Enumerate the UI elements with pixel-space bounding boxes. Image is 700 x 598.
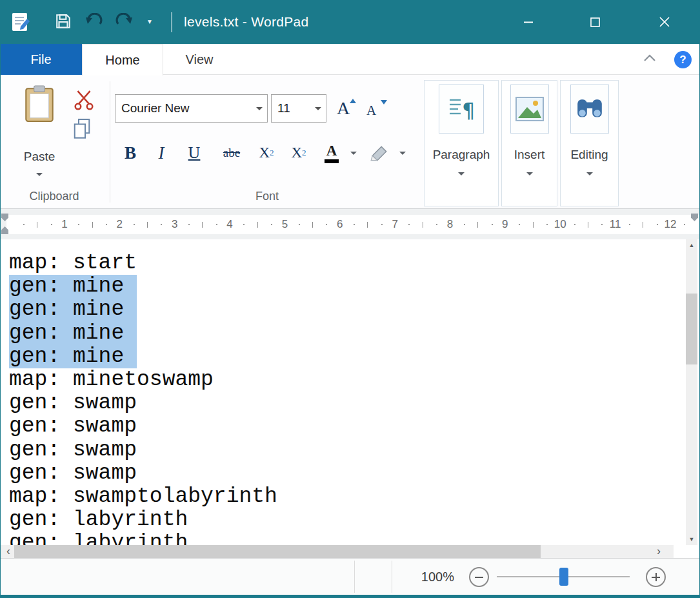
grow-font-button[interactable]: A — [332, 94, 360, 123]
scroll-up-arrow[interactable]: ▲ — [686, 239, 697, 251]
document-line-text-selected: gen: mine — [9, 298, 137, 321]
collapse-ribbon-button[interactable] — [643, 54, 661, 65]
tab-file[interactable]: File — [0, 44, 82, 75]
ruler-tick — [367, 222, 368, 228]
scissors-icon — [72, 89, 95, 111]
strikethrough-button[interactable]: abe — [215, 138, 248, 168]
paragraph-dropdown-icon — [458, 172, 465, 175]
redo-button[interactable] — [115, 13, 135, 31]
document-line-text-selected: gen: mine — [9, 322, 137, 345]
binoculars-icon — [575, 95, 605, 123]
highlight-dropdown[interactable] — [397, 138, 408, 168]
window-border-bottom — [0, 595, 700, 598]
tab-view[interactable]: View — [163, 44, 235, 75]
ruler-number: 6 — [337, 215, 343, 234]
document-line: gen: labyrinth — [9, 532, 686, 545]
zoom-level: 100% — [406, 559, 454, 595]
wordpad-app-icon[interactable] — [9, 11, 31, 33]
zoom-in-button[interactable] — [646, 567, 666, 587]
font-color-swatch — [325, 159, 339, 163]
horizontal-scroll-thumb[interactable] — [14, 545, 541, 558]
zoom-out-button[interactable] — [469, 567, 489, 587]
insert-dropdown-icon — [526, 172, 533, 175]
ruler-tick — [23, 224, 25, 225]
document-line: gen: mine — [9, 298, 686, 321]
scroll-right-arrow[interactable]: › — [650, 545, 667, 558]
editing-icon-frame — [570, 85, 609, 134]
document-line-text: gen: swamp — [9, 414, 137, 438]
highlight-button[interactable] — [365, 138, 394, 168]
undo-icon — [85, 13, 103, 30]
save-icon — [55, 13, 72, 30]
document-line: gen: swamp — [9, 462, 686, 485]
paste-dropdown-icon — [36, 173, 43, 176]
ruler-tick — [271, 224, 272, 225]
copy-button[interactable] — [72, 117, 95, 142]
document-line-text: gen: swamp — [9, 461, 137, 485]
document-line-text: gen: swamp — [9, 391, 137, 415]
ruler-number: 11 — [610, 215, 621, 234]
document-text[interactable]: map: startgen: minegen: minegen: minegen… — [0, 239, 686, 545]
plus-icon — [652, 573, 660, 581]
shrink-font-button[interactable]: A — [361, 94, 391, 123]
close-button[interactable] — [642, 0, 687, 44]
font-size-combobox[interactable]: 11 — [271, 94, 326, 123]
undo-button[interactable] — [85, 13, 104, 31]
underline-button[interactable]: U — [183, 138, 205, 168]
font-color-button[interactable]: A — [320, 138, 343, 168]
document-line: gen: swamp — [9, 415, 686, 438]
tab-home[interactable]: Home — [82, 44, 163, 75]
statusbar: 100% — [0, 558, 700, 595]
subscript-button[interactable]: X2 — [253, 138, 280, 168]
font-color-dropdown[interactable] — [348, 138, 359, 168]
ruler-number: 10 — [554, 215, 566, 234]
minus-icon — [475, 577, 483, 578]
ribbon-home: Paste Clipboard Courier New 11 — [0, 75, 700, 209]
chevron-up-icon — [643, 54, 657, 63]
subscript-base: X — [259, 145, 270, 161]
italic-button[interactable]: I — [152, 138, 170, 168]
font-family-combobox[interactable]: Courier New — [115, 94, 268, 123]
ruler-tick — [216, 224, 217, 225]
zoom-slider-thumb[interactable] — [559, 568, 568, 586]
document-line: map: start — [9, 252, 686, 275]
subscript-mark: 2 — [270, 148, 274, 158]
vertical-scrollbar[interactable]: ▲ ▼ — [686, 239, 697, 545]
ruler-tick — [243, 224, 245, 225]
maximize-button[interactable] — [572, 0, 617, 44]
close-icon — [659, 17, 670, 27]
superscript-button[interactable]: X2 — [285, 138, 312, 168]
ruler-tick — [492, 224, 493, 225]
wordpad-window: ▼ levels.txt - WordPad File Home View ? — [0, 0, 700, 598]
insert-button[interactable]: Insert — [501, 80, 557, 206]
document-line-text: gen: labyrinth — [9, 531, 188, 545]
ruler-number: 9 — [502, 215, 508, 234]
save-button[interactable] — [55, 13, 74, 31]
ruler-tick — [147, 222, 148, 228]
quick-access-dropdown-icon[interactable]: ▼ — [146, 18, 153, 25]
ruler-tick — [423, 222, 423, 228]
ruler-tick — [312, 222, 313, 228]
document-line: gen: labyrinth — [9, 508, 686, 532]
ruler-tick — [436, 224, 437, 225]
font-color-letter: A — [326, 143, 337, 158]
grow-font-letter: A — [337, 98, 350, 119]
minimize-button[interactable] — [506, 0, 551, 44]
ruler-tick — [546, 224, 548, 225]
editing-button[interactable]: Editing — [560, 80, 619, 206]
scroll-down-arrow[interactable]: ▼ — [686, 533, 697, 545]
vertical-scroll-thumb[interactable] — [686, 294, 697, 364]
paste-button[interactable]: Paste — [18, 83, 61, 184]
picture-icon — [515, 96, 545, 122]
ruler-tick — [464, 224, 465, 225]
document-line-text: gen: labyrinth — [9, 508, 188, 532]
help-button[interactable]: ? — [674, 51, 692, 68]
window-border-left — [0, 0, 1, 598]
ruler-number: 7 — [392, 215, 397, 234]
cut-button[interactable] — [72, 89, 97, 112]
horizontal-scrollbar[interactable]: ‹ › — [0, 545, 674, 558]
copy-pages-icon — [72, 117, 92, 141]
ruler-tick — [202, 222, 203, 228]
paragraph-button[interactable]: ¶ Paragraph — [424, 80, 499, 206]
bold-button[interactable]: B — [120, 138, 141, 168]
